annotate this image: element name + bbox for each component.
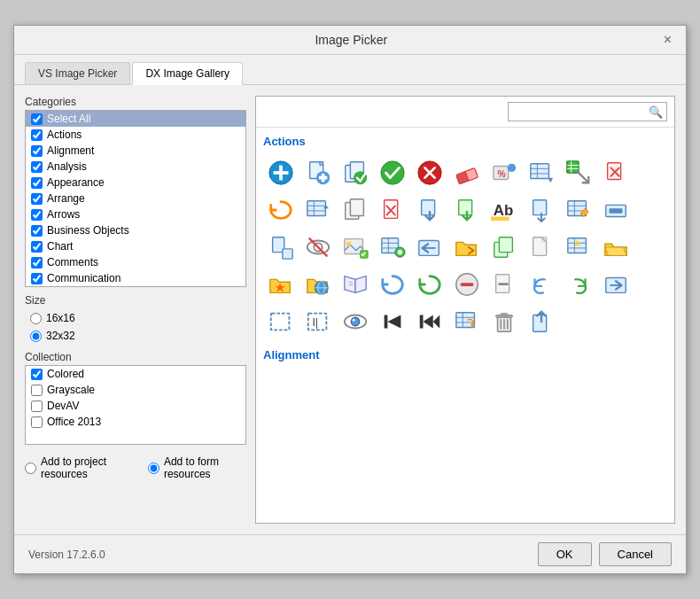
- icon-folder-star[interactable]: [263, 267, 299, 302]
- icon-export-arrow[interactable]: [598, 267, 634, 302]
- category-item-actions[interactable]: Actions: [26, 127, 245, 143]
- collection-item-colored[interactable]: Colored: [26, 366, 245, 382]
- icon-image-preview[interactable]: [338, 229, 373, 265]
- svg-marker-92: [433, 315, 440, 329]
- categories-listbox[interactable]: Select All Actions Alignment Analysis Ap…: [25, 110, 246, 287]
- icon-copy-green[interactable]: [486, 229, 522, 265]
- icon-delete-red[interactable]: [598, 155, 634, 191]
- icon-arrow-left-back[interactable]: [412, 229, 447, 265]
- tab-dx-image-gallery[interactable]: DX Image Gallery: [132, 62, 243, 85]
- collection-item-office2013[interactable]: Office 2013: [26, 414, 245, 430]
- category-item-analysis[interactable]: Analysis: [26, 159, 245, 175]
- size-radio-32[interactable]: [30, 331, 42, 342]
- tab-vs-image-picker[interactable]: VS Image Picker: [25, 62, 130, 84]
- icon-cut-green[interactable]: [561, 155, 596, 191]
- icon-minus-circle[interactable]: [449, 267, 485, 302]
- resource-option-form[interactable]: Add to form resources: [148, 455, 246, 480]
- category-checkbox-arrange[interactable]: [31, 193, 43, 205]
- size-radio-16[interactable]: [30, 313, 42, 324]
- icon-redo-green[interactable]: [561, 267, 596, 302]
- icon-select-dash[interactable]: [263, 304, 299, 339]
- svg-rect-44: [610, 208, 623, 214]
- icon-text-ab[interactable]: Ab: [486, 192, 522, 228]
- icon-refresh-green[interactable]: [412, 267, 447, 302]
- category-checkbox-arrows[interactable]: [31, 209, 43, 221]
- icon-star-table[interactable]: [561, 229, 596, 265]
- category-checkbox-business-objects[interactable]: [31, 225, 43, 237]
- icon-folder-open[interactable]: [598, 229, 634, 265]
- icon-folder-arrow[interactable]: [449, 229, 485, 265]
- icon-arrow-down-doc[interactable]: [524, 192, 559, 228]
- collection-checkbox-grayscale[interactable]: [31, 385, 43, 396]
- icon-media-prevstep[interactable]: [412, 304, 447, 339]
- category-checkbox-communication[interactable]: [31, 273, 43, 284]
- icon-download-green[interactable]: [449, 192, 485, 228]
- svg-rect-27: [307, 201, 326, 216]
- icon-refresh-arrow[interactable]: [263, 192, 299, 228]
- icon-copy-page[interactable]: [338, 155, 373, 191]
- icon-add-table-col[interactable]: [375, 229, 410, 265]
- icon-select-text[interactable]: I|: [300, 304, 336, 339]
- icon-refresh-circle[interactable]: [375, 267, 410, 302]
- icon-new-doc[interactable]: [524, 229, 559, 265]
- icon-add-page[interactable]: [300, 155, 336, 191]
- resource-options: Add to project resources Add to form res…: [25, 455, 246, 480]
- icon-delete-doc[interactable]: [375, 192, 410, 228]
- icon-download-blue[interactable]: [412, 192, 447, 228]
- category-item-arrange[interactable]: Arrange: [26, 191, 245, 206]
- icon-add-circle[interactable]: [263, 155, 299, 191]
- category-item-alignment[interactable]: Alignment: [26, 143, 245, 159]
- icon-resize-minus[interactable]: [598, 192, 634, 228]
- category-checkbox-chart[interactable]: [31, 241, 43, 253]
- icon-delete-x[interactable]: [412, 155, 447, 191]
- category-checkbox-comments[interactable]: [31, 257, 43, 268]
- icon-arrow-in-table[interactable]: [300, 192, 336, 228]
- icon-percent-tag[interactable]: %: [486, 155, 522, 191]
- icon-eraser[interactable]: [449, 155, 485, 191]
- collection-checkbox-office2013[interactable]: [31, 416, 43, 428]
- category-item-business-objects[interactable]: Business Objects: [26, 222, 245, 238]
- collection-checkbox-devav[interactable]: [31, 401, 43, 412]
- svg-rect-63: [499, 237, 512, 253]
- category-item-arrows[interactable]: Arrows: [26, 206, 245, 222]
- size-32x32[interactable]: 32x32: [25, 328, 246, 344]
- icon-upload-doc[interactable]: [524, 304, 559, 339]
- category-item-appearance[interactable]: Appearance: [26, 175, 245, 191]
- category-checkbox-alignment[interactable]: [31, 145, 43, 157]
- icon-doc-minus[interactable]: [486, 267, 522, 302]
- icon-arrow-table[interactable]: [524, 155, 559, 191]
- icon-media-prev[interactable]: [375, 304, 410, 339]
- category-item-selectall[interactable]: Select All: [26, 111, 245, 127]
- collection-checkbox-colored[interactable]: [31, 369, 43, 380]
- category-checkbox-analysis[interactable]: [31, 161, 43, 173]
- collection-item-devav[interactable]: DevAV: [26, 398, 245, 414]
- icon-sync-table[interactable]: [449, 304, 485, 339]
- footer-buttons: OK Cancel: [538, 542, 672, 566]
- icon-folder-globe[interactable]: [300, 267, 336, 302]
- icon-eye-view[interactable]: [338, 304, 373, 339]
- ok-button[interactable]: OK: [538, 542, 592, 566]
- icon-select-doc[interactable]: [263, 229, 299, 265]
- icon-eye-cross[interactable]: [300, 229, 336, 265]
- category-checkbox-actions[interactable]: [31, 129, 43, 141]
- category-checkbox-selectall[interactable]: [31, 113, 43, 125]
- icon-undo-arrow[interactable]: [524, 267, 559, 302]
- resource-radio-project[interactable]: [25, 463, 36, 474]
- icon-edit-table[interactable]: [561, 192, 596, 228]
- resource-radio-form[interactable]: [148, 463, 159, 474]
- size-16x16[interactable]: 16x16: [25, 310, 246, 326]
- icon-check-ok[interactable]: [375, 155, 410, 191]
- icon-copy-doc[interactable]: [338, 192, 373, 228]
- icon-trash[interactable]: [486, 304, 522, 339]
- category-item-comments[interactable]: Comments: [26, 254, 245, 270]
- category-item-communication[interactable]: Communication: [26, 270, 245, 286]
- search-input[interactable]: [508, 102, 667, 121]
- close-button[interactable]: ×: [660, 33, 675, 47]
- collection-listbox[interactable]: Colored Grayscale DevAV Office 2013: [25, 365, 246, 445]
- collection-item-grayscale[interactable]: Grayscale: [26, 382, 245, 398]
- category-item-chart[interactable]: Chart: [26, 238, 245, 254]
- icon-book-open[interactable]: [338, 267, 373, 302]
- resource-option-project[interactable]: Add to project resources: [25, 455, 132, 480]
- cancel-button[interactable]: Cancel: [599, 542, 672, 566]
- category-checkbox-appearance[interactable]: [31, 177, 43, 189]
